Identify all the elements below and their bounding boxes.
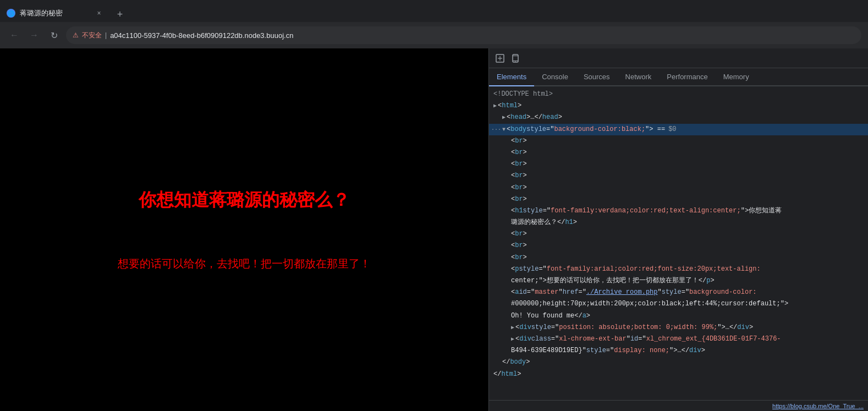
dom-body-line[interactable]: ··· ▼ <body style="background-color:blac… <box>489 124 868 135</box>
webpage-content: 你想知道蒋璐源的秘密么？ 想要的话可以给你，去找吧！把一切都放在那里了！ <box>0 48 488 411</box>
tab-memory[interactable]: Memory <box>716 68 757 86</box>
security-text: 不安全 <box>82 31 102 40</box>
body-dots: ··· <box>491 125 501 134</box>
dom-br6-line[interactable]: <br> <box>489 194 868 205</box>
dom-head-line[interactable]: ▶ <head>…</head> <box>489 112 868 123</box>
tab-elements[interactable]: Elements <box>489 68 534 86</box>
div2-arrow[interactable]: ▶ <box>511 335 514 344</box>
dom-br4-line[interactable]: <br> <box>489 170 868 182</box>
back-button[interactable]: ← <box>7 28 22 43</box>
dom-h1-cont-line: 璐源的秘密么？</h1> <box>489 217 868 228</box>
security-warning-icon: ⚠ <box>73 31 79 39</box>
address-bar-row: ← → ↻ ⚠ 不安全 | a04c1100-5937-4f0b-8eed-b6… <box>0 22 868 48</box>
dom-br7-line[interactable]: <br> <box>489 228 868 240</box>
dom-a-text-line: Oh! You found me</a> <box>489 310 868 322</box>
tab-performance[interactable]: Performance <box>659 68 715 86</box>
page-subtext: 想要的话可以给你，去找吧！把一切都放在那里了！ <box>118 256 371 271</box>
tab-sources[interactable]: Sources <box>576 68 618 86</box>
dom-br5-line[interactable]: <br> <box>489 182 868 194</box>
dom-html-line[interactable]: ▶ <html> <box>489 100 868 112</box>
svg-point-6 <box>515 61 516 62</box>
devtools-toolbar <box>489 48 868 68</box>
dom-br2-line[interactable]: <br> <box>489 147 868 158</box>
div1-arrow[interactable]: ▶ <box>511 324 514 332</box>
dom-body-close-line: </body> <box>489 357 868 368</box>
address-separator: | <box>105 31 107 39</box>
tab-title: 蒋璐源的秘密 <box>20 8 90 18</box>
dom-html-close-line: </html> <box>489 369 868 380</box>
tab-console[interactable]: Console <box>534 68 576 86</box>
url-text: a04c1100-5937-4f0b-8eed-b6f0909122db.nod… <box>110 31 855 40</box>
dom-br8-line[interactable]: <br> <box>489 240 868 251</box>
page-heading: 你想知道蒋璐源的秘密么？ <box>139 188 350 212</box>
tab-bar: 🌐 蒋璐源的秘密 × + <box>0 0 868 22</box>
dom-div1-line[interactable]: ▶ <div style="position: absolute;bottom:… <box>489 322 868 333</box>
tab-network[interactable]: Network <box>618 68 660 86</box>
dom-doctype-line: <!DOCTYPE html> <box>489 89 868 100</box>
address-bar[interactable]: ⚠ 不安全 | a04c1100-5937-4f0b-8eed-b6f09091… <box>66 26 861 44</box>
dom-br3-line[interactable]: <br> <box>489 158 868 170</box>
dom-a-style-cont: #000000;height:70px;width:200px;color:bl… <box>489 298 868 310</box>
active-tab[interactable]: 🌐 蒋璐源的秘密 × <box>0 4 110 22</box>
browser-chrome: 🌐 蒋璐源的秘密 × + ← → ↻ ⚠ 不安全 | a04c1100-5937… <box>0 0 868 48</box>
dom-p-cont-line: center;">想要的话可以给你，去找吧！把一切都放在那里了！</p> <box>489 275 868 287</box>
dom-a-line[interactable]: <a id="master" href="./Archive_room.php"… <box>489 287 868 298</box>
doctype-text: <!DOCTYPE html> <box>493 89 553 100</box>
dom-p-line[interactable]: <p style="font-family:arial;color:red;fo… <box>489 264 868 275</box>
new-tab-button[interactable]: + <box>112 7 128 22</box>
dom-tree: <!DOCTYPE html> ▶ <html> ▶ <head>…</head… <box>489 86 868 400</box>
forward-button[interactable]: → <box>26 28 42 43</box>
tab-close-button[interactable]: × <box>95 9 103 18</box>
main-area: 你想知道蒋璐源的秘密么？ 想要的话可以给你，去找吧！把一切都放在那里了！ <box>0 48 868 411</box>
refresh-button[interactable]: ↻ <box>46 28 62 43</box>
devtools-tabs: Elements Console Sources Network Perform… <box>489 68 868 86</box>
devtools-status-bar: https://blog.csub.me/One_True_... <box>489 400 868 411</box>
status-url[interactable]: https://blog.csub.me/One_True_... <box>772 403 864 409</box>
dom-div2-line[interactable]: ▶ <div class="xl-chrome-ext-bar" id="xl_… <box>489 333 868 345</box>
dom-br1-line[interactable]: <br> <box>489 135 868 147</box>
dom-h1-line[interactable]: <h1 style="font-family:verdana;color:red… <box>489 205 868 217</box>
mobile-emulation-icon[interactable] <box>509 52 522 65</box>
devtools-panel: Elements Console Sources Network Perform… <box>488 48 868 411</box>
html-arrow[interactable]: ▶ <box>493 102 497 111</box>
dom-div2-cont: B494-639E489D19ED}" style="display: none… <box>489 345 868 357</box>
body-arrow[interactable]: ▼ <box>502 125 506 134</box>
tab-favicon: 🌐 <box>7 9 15 18</box>
dom-br9-line[interactable]: <br> <box>489 252 868 264</box>
element-picker-icon[interactable] <box>493 52 507 65</box>
head-arrow[interactable]: ▶ <box>502 113 506 122</box>
